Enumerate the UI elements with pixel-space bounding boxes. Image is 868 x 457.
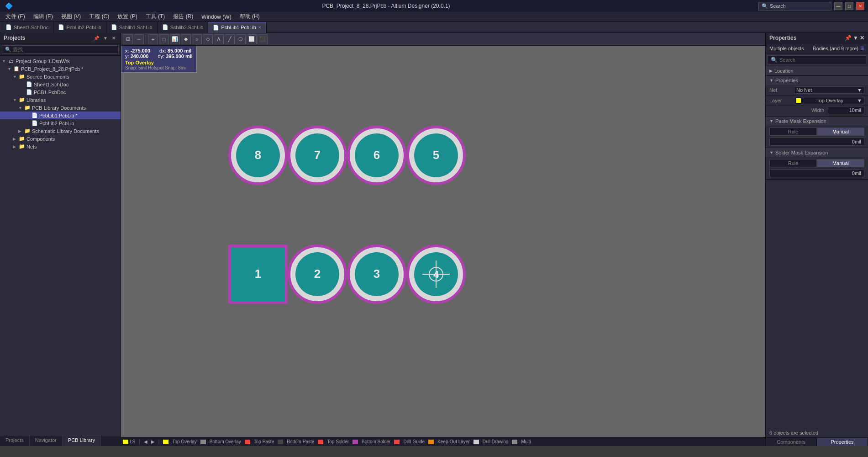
properties-pin-button[interactable]: 📌: [845, 35, 852, 41]
chart-tool[interactable]: 📊: [170, 34, 180, 44]
filled-rect-tool[interactable]: ⬛: [258, 34, 268, 44]
pad-2[interactable]: 2: [289, 246, 346, 303]
bottom-tab-projects[interactable]: Projects: [0, 436, 30, 446]
pad-6[interactable]: 6: [348, 127, 405, 184]
properties-section: ▼ Properties Net No Net ▼ Layer Top Over…: [766, 76, 868, 117]
paste-mask-value-input[interactable]: [769, 138, 864, 146]
multi-objects-label: Multiple objects: [769, 46, 804, 51]
location-section-header[interactable]: ▶ Location: [766, 66, 868, 75]
pad-4[interactable]: 4: [408, 246, 464, 303]
bottom-paste-label: Bottom Paste: [287, 439, 314, 444]
width-input[interactable]: [828, 106, 864, 114]
pad-5[interactable]: 5: [408, 127, 464, 184]
maximize-button[interactable]: □: [845, 2, 853, 10]
poly-tool[interactable]: ⬡: [236, 34, 246, 44]
select-tool[interactable]: ⊞: [123, 34, 133, 44]
close-button[interactable]: ✕: [856, 2, 864, 10]
tab-pcblib2[interactable]: 📄 PcbLib2.PcbLib: [53, 22, 106, 33]
circle-tool[interactable]: ○: [192, 34, 202, 44]
nav-prev[interactable]: ◀: [144, 439, 147, 444]
tab-pcblib1[interactable]: 📄 PcbLib1.PcbLib ✕: [208, 22, 266, 33]
section-arrow: ▼: [769, 150, 773, 155]
tab-label: PcbLib2.PcbLib: [66, 25, 101, 30]
tab-sheet1[interactable]: 📄 Sheet1.SchDoc: [1, 22, 53, 33]
app-icon: 🔷: [4, 1, 14, 11]
pad-3[interactable]: 3: [348, 246, 405, 303]
menu-project[interactable]: 工程 (C): [85, 12, 113, 21]
project-search-input[interactable]: [2, 45, 119, 53]
tree-source-docs[interactable]: ▼ 📁 Source Documents: [0, 73, 121, 80]
tab-icon: 📄: [111, 24, 117, 30]
tab-close-icon[interactable]: ✕: [258, 25, 262, 30]
menu-help[interactable]: 帮助 (H): [236, 12, 263, 21]
wire-tool[interactable]: →: [134, 34, 144, 44]
pad-1[interactable]: 1: [230, 246, 286, 303]
tree-project[interactable]: ▼ 📋 PCB_Project_8_28.PrjPcb *: [0, 65, 121, 73]
projects-panel-header: Projects 📌 ▼ ✕: [0, 33, 121, 43]
properties-section-header[interactable]: ▼ Properties: [766, 76, 868, 85]
pcb-canvas[interactable]: x: -275.000 dx: 85.000 mil y: 240.000 dy…: [121, 46, 765, 437]
menu-view[interactable]: 视图 (V): [58, 12, 84, 21]
nav-next[interactable]: ▶: [151, 439, 155, 444]
solder-mask-value-input[interactable]: [769, 169, 864, 177]
pad-8[interactable]: 8: [230, 127, 286, 184]
right-tab-properties[interactable]: Properties: [817, 438, 868, 446]
properties-search-input[interactable]: [779, 57, 863, 63]
bottom-tab-navigator[interactable]: Navigator: [30, 436, 63, 446]
dy-label: dy: 395.000 mil: [158, 53, 192, 59]
paste-mask-tabs: Rule Manual: [769, 128, 864, 136]
menu-reports[interactable]: 报告 (R): [169, 12, 197, 21]
titlebar: 🔷 PCB_Project_8_28.PrjPcb - Altium Desig…: [0, 0, 868, 12]
menu-file[interactable]: 文件 (F): [2, 12, 29, 21]
expand-arrow: ▶: [13, 137, 18, 141]
tree-components[interactable]: ▶ 📁 Components: [0, 135, 121, 143]
tree-pcb1[interactable]: 📄 PCB1.PcbDoc: [0, 88, 121, 96]
tree-project-group[interactable]: ▼ 🗂 Project Group 1.DsnWrk: [0, 58, 121, 65]
tree-pcblib1-file[interactable]: 📄 PcbLib1.PcbLib *: [0, 112, 121, 119]
file-icon: 📄: [26, 81, 33, 87]
global-search[interactable]: 🔍 Search: [758, 2, 831, 11]
bottom-tab-pcb-library[interactable]: PCB Library: [63, 436, 101, 446]
minimize-button[interactable]: —: [834, 2, 842, 10]
line-tool[interactable]: ╱: [225, 34, 235, 44]
paste-mask-manual-tab[interactable]: Manual: [817, 128, 864, 136]
pin-button[interactable]: 📌: [92, 35, 100, 41]
panel-close-button[interactable]: ✕: [110, 35, 117, 41]
right-tab-components[interactable]: Components: [766, 438, 817, 446]
solder-mask-manual-tab[interactable]: Manual: [817, 159, 864, 167]
square2-tool[interactable]: ⬜: [247, 34, 257, 44]
panel-menu-button[interactable]: ▼: [102, 35, 109, 41]
tab-schlib2[interactable]: 📄 Schlib2.SchLib: [158, 22, 209, 33]
tree-item-label: PCB1.PcbDoc: [34, 90, 66, 95]
rect-tool[interactable]: □: [159, 34, 169, 44]
tree-nets[interactable]: ▶ 📁 Nets: [0, 143, 121, 150]
menu-window[interactable]: Window (W): [198, 13, 235, 21]
layer-dropdown[interactable]: Top Overlay ▼: [794, 97, 864, 104]
filter-icon[interactable]: ⊞: [860, 45, 864, 51]
file-icon: 📄: [31, 120, 38, 126]
net-dropdown[interactable]: No Net ▼: [794, 86, 864, 94]
menu-edit[interactable]: 编辑 (E): [30, 12, 57, 21]
add-tool[interactable]: +: [148, 34, 158, 44]
pcb-svg: 8 7 6 5: [121, 46, 765, 437]
solder-mask-header[interactable]: ▼ Solder Mask Expansion: [766, 148, 868, 157]
menu-place[interactable]: 放置 (P): [114, 12, 141, 21]
toolbar-separator: [146, 35, 146, 43]
width-row: Width: [766, 106, 868, 116]
diamond-tool[interactable]: ◇: [203, 34, 213, 44]
paste-mask-rule-tab[interactable]: Rule: [769, 128, 817, 136]
tree-pcblib2-file[interactable]: 📄 PcbLib2.PcbLib: [0, 119, 121, 127]
tree-libraries[interactable]: ▼ 📁 Libraries: [0, 96, 121, 104]
fill-tool[interactable]: ◆: [181, 34, 191, 44]
pad-7[interactable]: 7: [289, 127, 346, 184]
text-tool[interactable]: A: [214, 34, 224, 44]
tree-schematic-lib-docs[interactable]: ▶ 📁 Schematic Library Documents: [0, 127, 121, 135]
tree-pcb-library-docs[interactable]: ▼ 📁 PCB Library Documents: [0, 104, 121, 112]
tab-schlib1[interactable]: 📄 Schlib1.SchLib: [106, 22, 158, 33]
properties-close-button[interactable]: ✕: [860, 35, 864, 41]
tree-sheet1[interactable]: 📄 Sheet1.SchDoc: [0, 80, 121, 88]
properties-menu-button[interactable]: ▼: [853, 35, 858, 41]
menu-tools[interactable]: 工具 (T): [142, 12, 169, 21]
paste-mask-header[interactable]: ▼ Paste Mask Expansion: [766, 117, 868, 126]
solder-mask-rule-tab[interactable]: Rule: [769, 159, 817, 167]
